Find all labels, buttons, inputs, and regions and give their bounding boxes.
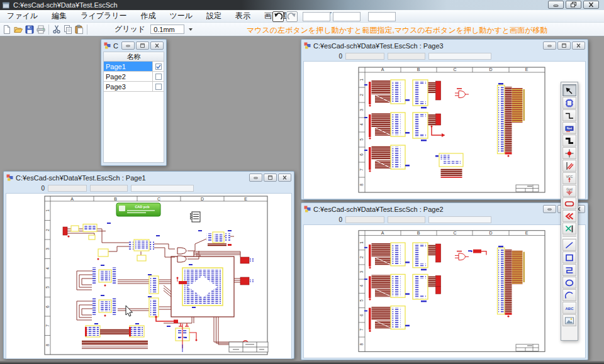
disconnect-icon	[564, 224, 574, 233]
tool-rect-button[interactable]	[562, 251, 576, 263]
schematic-canvas-page1[interactable]: A B C D E 1 2 3 4 5 6 7 8	[6, 193, 292, 359]
tool-polyline-button[interactable]	[562, 264, 576, 276]
minimize-button[interactable]	[121, 41, 135, 50]
close-button[interactable]	[583, 1, 599, 9]
svg-text:7: 7	[45, 324, 50, 327]
minimize-button[interactable]	[543, 205, 556, 213]
ruler-strip: 0	[303, 215, 586, 224]
tool-wire-button[interactable]	[562, 109, 576, 121]
tool-arc-button[interactable]	[562, 289, 576, 301]
coordinate-box	[48, 185, 87, 192]
tool-vcc-button[interactable]: VCC	[562, 172, 576, 184]
open-button[interactable]	[13, 24, 24, 35]
tool-ellipse-button[interactable]	[562, 277, 576, 289]
paste-button[interactable]	[74, 24, 85, 35]
schematic-sheet-page3	[304, 62, 586, 199]
coordinate-box	[131, 185, 194, 192]
svg-text:3: 3	[45, 248, 50, 250]
coordinate-box	[428, 216, 491, 223]
toolbar-input-2[interactable]	[333, 12, 361, 21]
grid-size-select[interactable]: 0.1mm	[150, 25, 184, 34]
coordinate-box	[345, 53, 384, 60]
tool-port-button[interactable]	[562, 197, 576, 209]
page-list: 名称 Page1 Page2 Page3	[103, 52, 164, 163]
minimize-button[interactable]	[249, 174, 262, 182]
cut-button[interactable]	[51, 24, 62, 35]
maximize-button[interactable]	[264, 174, 277, 182]
minimize-icon	[546, 43, 553, 48]
tool-image-button[interactable]	[562, 314, 576, 326]
tool-line-button[interactable]	[562, 239, 576, 251]
menu-item-tools[interactable]: ツール	[163, 10, 200, 22]
page3-visible-checkbox[interactable]	[155, 84, 162, 90]
grid-dropdown-arrow-icon[interactable]	[189, 28, 193, 31]
page2-visible-checkbox[interactable]	[155, 74, 162, 80]
text-icon: ABC	[564, 304, 574, 312]
menu-item-settings[interactable]: 設定	[199, 10, 228, 22]
page-list-titlebar[interactable]: C	[103, 40, 164, 52]
toolbar-separator	[562, 236, 576, 238]
svg-text:1: 1	[45, 209, 50, 212]
form-icon	[304, 42, 311, 49]
maximize-button[interactable]	[136, 41, 149, 50]
close-icon	[575, 43, 582, 48]
page1-visible-checkbox[interactable]	[155, 63, 162, 70]
print-button[interactable]	[35, 24, 47, 35]
menu-item-library[interactable]: ライブラリー	[74, 10, 133, 22]
copy-button[interactable]	[62, 24, 74, 35]
origin-label: 0	[40, 185, 45, 192]
new-button[interactable]	[1, 24, 13, 35]
window-page2: C:¥esCad-sch¥Data¥Test.EscSch : Page2 0	[301, 202, 588, 360]
undo-button[interactable]	[272, 11, 284, 22]
close-button[interactable]	[278, 174, 291, 182]
coordinate-box	[345, 216, 384, 223]
redo-button[interactable]	[286, 11, 298, 22]
tool-repeat-button[interactable]	[562, 210, 576, 222]
menu-item-file[interactable]: ファイル	[0, 10, 45, 22]
bus-icon	[564, 136, 574, 145]
toolbar-input-3[interactable]	[368, 12, 396, 21]
minimize-button[interactable]	[548, 1, 564, 9]
print-icon	[36, 25, 46, 35]
menu-item-edit[interactable]: 編集	[45, 10, 74, 22]
page-list-item-page1[interactable]: Page1	[104, 62, 164, 72]
svg-text:4: 4	[45, 267, 50, 270]
logo-banner: CAD pcb	[116, 203, 160, 216]
window-page3: C:¥esCad-sch¥Data¥Test.EscSch : Page3 0	[301, 39, 588, 200]
minimize-icon	[546, 206, 553, 212]
restore-button[interactable]	[566, 1, 581, 9]
tool-text-button[interactable]: ABC	[562, 302, 576, 314]
close-icon	[587, 1, 595, 8]
save-button[interactable]	[24, 24, 35, 35]
menu-item-create[interactable]: 作成	[134, 10, 163, 22]
schematic-canvas-page2[interactable]	[303, 224, 586, 358]
page1-titlebar[interactable]: C:¥esCad-sch¥Data¥Test.EscSch : Page1	[6, 172, 292, 184]
page-list-window: C 名称 Page1 Page2 Page3	[101, 39, 167, 166]
schematic-canvas-page3[interactable]	[303, 61, 586, 199]
page2-titlebar[interactable]: C:¥esCad-sch¥Data¥Test.EscSch : Page2	[303, 203, 586, 215]
close-button[interactable]	[150, 41, 164, 50]
tool-gnd-button[interactable]: Gnd	[562, 185, 576, 197]
toolbar-separator	[48, 25, 49, 35]
svg-text:C: C	[157, 197, 160, 201]
tool-bus-entry-button[interactable]	[562, 160, 576, 172]
check-icon	[156, 64, 161, 69]
tool-disconnect-button[interactable]	[562, 223, 576, 234]
page3-titlebar[interactable]: C:¥esCad-sch¥Data¥Test.EscSch : Page3	[303, 40, 586, 52]
tool-junction-button[interactable]	[562, 147, 576, 159]
tool-select-button[interactable]	[562, 84, 576, 96]
tool-bus-button[interactable]	[562, 135, 576, 146]
toolbar-input-1[interactable]	[303, 12, 330, 21]
page-list-item-page3[interactable]: Page3	[104, 82, 164, 92]
mdi-workspace: C 名称 Page1 Page2 Page3	[0, 36, 604, 361]
minimize-button[interactable]	[543, 41, 556, 50]
maximize-button[interactable]	[557, 41, 571, 50]
svg-text:VCC: VCC	[566, 174, 573, 178]
tool-part-button[interactable]	[562, 97, 576, 109]
tool-net-label-button[interactable]: Net	[562, 122, 576, 134]
menu-item-view[interactable]: 表示	[228, 10, 257, 22]
close-button[interactable]	[572, 41, 585, 50]
minimize-icon	[552, 1, 560, 8]
page-list-item-page2[interactable]: Page2	[104, 72, 164, 82]
svg-text:Net: Net	[567, 126, 573, 130]
